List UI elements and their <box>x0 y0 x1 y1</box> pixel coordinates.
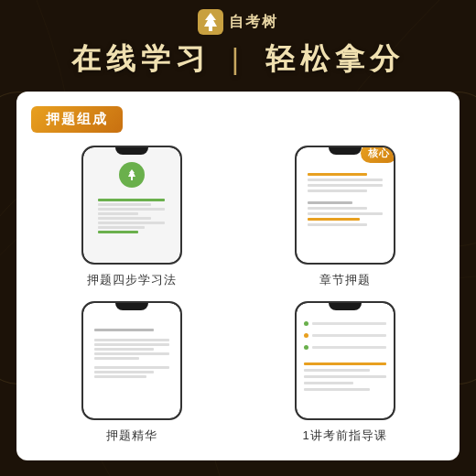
title-divider: | <box>232 42 244 75</box>
phone-notch-2 <box>329 147 362 155</box>
phone-frame-1 <box>81 146 182 265</box>
main-title: 在线学习 | 轻松拿分 <box>71 40 405 79</box>
phone-notch-4 <box>329 303 362 310</box>
phone-screen-1 <box>83 147 180 263</box>
screen-logo-1 <box>119 162 145 188</box>
phone-frame-3 <box>81 301 182 420</box>
logo-area: 自考树 <box>198 9 278 35</box>
core-badge: 核心 <box>361 146 395 163</box>
phone-label-3: 押题精华 <box>106 427 157 444</box>
phone-item-4: 1讲考前指导课 <box>244 301 445 444</box>
phone-frame-4 <box>295 301 395 420</box>
screen-lines-1 <box>92 195 170 237</box>
section-tag: 押题组成 <box>31 106 123 133</box>
phone-notch-1 <box>115 147 148 155</box>
title-part2: 轻松拿分 <box>265 42 405 75</box>
dot-orange-1 <box>304 333 308 338</box>
phone-notch-3 <box>115 303 148 310</box>
phone-label-1: 押题四步学习法 <box>87 272 177 288</box>
tree-icon <box>198 9 223 35</box>
phone-screen-2 <box>297 147 394 263</box>
dot-green-2 <box>304 345 308 350</box>
main-card: 押题组成 <box>16 92 460 460</box>
header: 自考树 在线学习 | 轻松拿分 <box>0 0 476 79</box>
svg-marker-2 <box>128 169 135 180</box>
page-wrapper: 自考树 在线学习 | 轻松拿分 押题组成 <box>0 0 476 476</box>
phone-item-2: 核心 <box>244 146 445 288</box>
phone-frame-2: 核心 <box>295 146 395 265</box>
title-part1: 在线学习 <box>71 42 211 75</box>
phones-grid: 押题四步学习法 核心 <box>31 146 445 444</box>
dot-green-1 <box>304 321 308 326</box>
phone-item-3: 押题精华 <box>31 301 232 444</box>
phone-label-4: 1讲考前指导课 <box>302 427 386 444</box>
phone-screen-4 <box>297 303 394 418</box>
phone-label-2: 章节押题 <box>319 272 371 288</box>
phone-screen-3 <box>83 303 180 418</box>
phone-item-1: 押题四步学习法 <box>31 146 232 288</box>
logo-text: 自考树 <box>229 13 278 32</box>
